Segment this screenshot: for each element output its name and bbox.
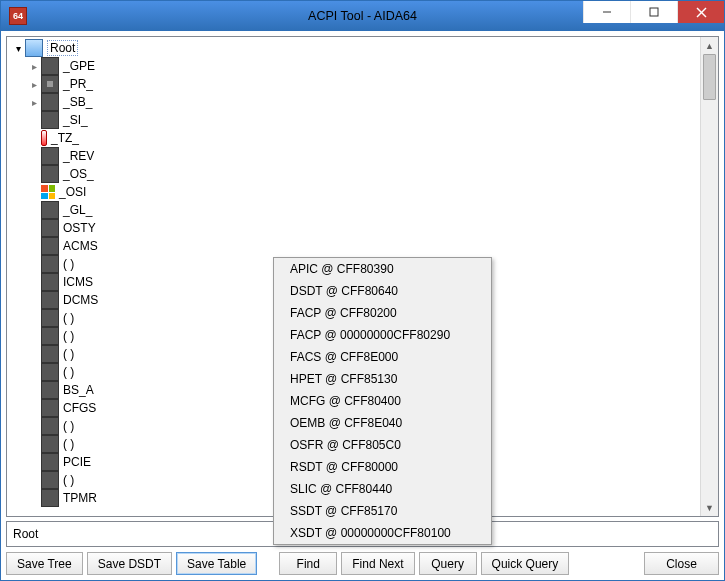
save-dsdt-button[interactable]: Save DSDT [87, 552, 172, 575]
menu-item[interactable]: DSDT @ CFF80640 [274, 280, 491, 302]
tree-node-label: _OS_ [63, 167, 94, 181]
menu-item[interactable]: SSDT @ CFF85170 [274, 500, 491, 522]
block-icon [41, 363, 59, 381]
menu-item[interactable]: OSFR @ CFF805C0 [274, 434, 491, 456]
svg-rect-1 [650, 8, 658, 16]
scroll-thumb[interactable] [703, 54, 716, 100]
block-icon [41, 489, 59, 507]
block-icon [41, 381, 59, 399]
tree-node-label: _GPE [63, 59, 95, 73]
block-icon [41, 165, 59, 183]
save-tree-button[interactable]: Save Tree [6, 552, 83, 575]
block-icon [41, 57, 59, 75]
maximize-button[interactable] [630, 1, 677, 23]
expand-toggle-icon[interactable]: ▸ [27, 77, 41, 91]
scroll-up-icon[interactable]: ▲ [701, 37, 718, 54]
tree-node-label: _GL_ [63, 203, 92, 217]
tree-node-label: ( ) [63, 311, 74, 325]
tree-node-label: PCIE [63, 455, 91, 469]
close-button[interactable]: Close [644, 552, 719, 575]
tree-node-label: ( ) [63, 473, 74, 487]
tree-node-label: TPMR [63, 491, 97, 505]
scroll-track[interactable] [701, 54, 718, 499]
tree-node-label: ICMS [63, 275, 93, 289]
tree-node-label: BS_A [63, 383, 94, 397]
tree-node-label: CFGS [63, 401, 96, 415]
block-icon [41, 237, 59, 255]
tree-node[interactable]: ▸_SI_ [27, 111, 698, 129]
tree-node[interactable]: ▸_REV [27, 147, 698, 165]
root-icon [25, 39, 43, 57]
menu-item[interactable]: SLIC @ CFF80440 [274, 478, 491, 500]
tree-node-label: ( ) [63, 365, 74, 379]
app-window: 64 ACPI Tool - AIDA64 ▾ Root [0, 0, 725, 581]
tree-node-label: DCMS [63, 293, 98, 307]
tree-node-label: ( ) [63, 419, 74, 433]
tree-root-node[interactable]: ▾ Root [11, 39, 698, 57]
tree-node[interactable]: ▸_OS_ [27, 165, 698, 183]
block-icon [41, 309, 59, 327]
menu-item[interactable]: FACP @ 00000000CFF80290 [274, 324, 491, 346]
scroll-down-icon[interactable]: ▼ [701, 499, 718, 516]
block-icon [41, 417, 59, 435]
tree-node[interactable]: ▸OSTY [27, 219, 698, 237]
tree-node-label: _TZ_ [51, 131, 79, 145]
close-icon [696, 7, 707, 18]
tree-node-label: _OSI [59, 185, 86, 199]
vertical-scrollbar[interactable]: ▲ ▼ [700, 37, 718, 516]
expand-toggle-icon[interactable]: ▸ [27, 59, 41, 73]
expand-toggle-icon[interactable]: ▾ [11, 41, 25, 55]
tree-node[interactable]: ▸_OSI [27, 183, 698, 201]
find-next-button[interactable]: Find Next [341, 552, 414, 575]
menu-item[interactable]: FACP @ CFF80200 [274, 302, 491, 324]
tree-node-label: ACMS [63, 239, 98, 253]
tree-node-label: OSTY [63, 221, 96, 235]
block-icon [41, 435, 59, 453]
quick-query-button[interactable]: Quick Query [481, 552, 570, 575]
block-icon [41, 255, 59, 273]
block-icon [41, 273, 59, 291]
close-window-button[interactable] [677, 1, 724, 23]
tree-node[interactable]: ▸_PR_ [27, 75, 698, 93]
block-icon [41, 147, 59, 165]
menu-item[interactable]: MCFG @ CFF80400 [274, 390, 491, 412]
tree-node-label: ( ) [63, 329, 74, 343]
tree-node-label: ( ) [63, 437, 74, 451]
find-button[interactable]: Find [279, 552, 337, 575]
tree-root-label: Root [47, 40, 78, 56]
tree-node[interactable]: ▸ACMS [27, 237, 698, 255]
app-icon: 64 [9, 7, 27, 25]
expand-toggle-icon[interactable]: ▸ [27, 95, 41, 109]
block-icon [41, 471, 59, 489]
tree-node-label: _SB_ [63, 95, 92, 109]
block-icon [41, 291, 59, 309]
maximize-icon [649, 7, 659, 17]
block-icon [41, 345, 59, 363]
menu-item[interactable]: HPET @ CFF85130 [274, 368, 491, 390]
block-icon [41, 453, 59, 471]
tree-node-label: ( ) [63, 257, 74, 271]
chip-icon [41, 75, 59, 93]
tree-node-label: _SI_ [63, 113, 88, 127]
block-icon [41, 111, 59, 129]
tree-node[interactable]: ▸_TZ_ [27, 129, 698, 147]
block-icon [41, 327, 59, 345]
block-icon [41, 93, 59, 111]
thermometer-icon [41, 130, 47, 146]
save-table-menu[interactable]: APIC @ CFF80390DSDT @ CFF80640FACP @ CFF… [273, 257, 492, 545]
minimize-button[interactable] [583, 1, 630, 23]
menu-item[interactable]: OEMB @ CFF8E040 [274, 412, 491, 434]
tree-node[interactable]: ▸_GPE [27, 57, 698, 75]
save-table-button[interactable]: Save Table [176, 552, 257, 575]
titlebar: 64 ACPI Tool - AIDA64 [1, 1, 724, 31]
menu-item[interactable]: XSDT @ 00000000CFF80100 [274, 522, 491, 544]
tree-node[interactable]: ▸_SB_ [27, 93, 698, 111]
menu-item[interactable]: APIC @ CFF80390 [274, 258, 491, 280]
windows-icon [41, 185, 55, 199]
tree-node-label: ( ) [63, 347, 74, 361]
menu-item[interactable]: RSDT @ CFF80000 [274, 456, 491, 478]
menu-item[interactable]: FACS @ CFF8E000 [274, 346, 491, 368]
block-icon [41, 201, 59, 219]
tree-node[interactable]: ▸_GL_ [27, 201, 698, 219]
query-button[interactable]: Query [419, 552, 477, 575]
